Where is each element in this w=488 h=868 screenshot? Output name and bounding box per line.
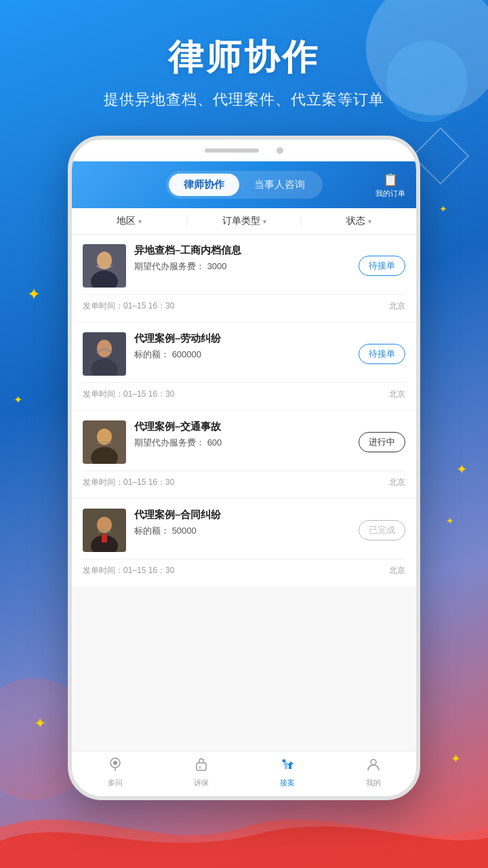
nav-label-accept: 接案 <box>280 778 295 788</box>
status-filter-arrow: ▾ <box>368 218 371 225</box>
order-title-4: 代理案例–合同纠纷 <box>134 509 350 521</box>
order-status-1: 待接单 <box>359 256 405 276</box>
order-avatar-1 <box>83 244 126 288</box>
accept-icon <box>280 757 295 776</box>
order-card-2[interactable]: 代理案例–劳动纠纷 标的额： 600000 待接单 发单时间：01–15 16：… <box>72 323 416 410</box>
nav-item-accept[interactable]: 接案 <box>244 757 330 788</box>
filter-bar: 地区 ▾ 订单类型 ▾ 状态 ▾ <box>72 208 416 235</box>
done-button-4[interactable]: 已完成 <box>359 520 405 540</box>
svg-rect-12 <box>102 534 107 542</box>
order-info-3: 代理案例–交通事故 期望代办服务费： 600 <box>134 420 350 449</box>
svg-point-19 <box>371 760 376 765</box>
order-card-3[interactable]: 代理案例–交通事故 期望代办服务费： 600 进行中 发单时间：01–15 16… <box>72 411 416 498</box>
tab-client-consultation[interactable]: 当事人咨询 <box>239 174 320 196</box>
svg-point-14 <box>113 761 117 765</box>
order-footer-1: 发单时间：01–15 16：30 北京 <box>83 294 405 312</box>
app-header: 律师协作 当事人咨询 📋 我的订单 <box>72 161 416 208</box>
my-orders-button[interactable]: 📋 我的订单 <box>375 172 405 198</box>
mine-icon <box>366 757 381 776</box>
orders-icon: 📋 <box>383 172 398 186</box>
pending-button-1[interactable]: 待接单 <box>359 256 405 276</box>
order-status-3: 进行中 <box>359 432 405 452</box>
order-time-4: 发单时间：01–15 16：30 <box>83 565 174 576</box>
order-location-3: 北京 <box>389 477 405 488</box>
page-title: 律师协作 <box>0 34 488 81</box>
nav-item-claim[interactable]: ¥ 诉保 <box>158 757 244 788</box>
progress-button-3[interactable]: 进行中 <box>359 432 405 452</box>
phone-camera <box>277 147 283 154</box>
sparkle-star-2: ✦ <box>14 393 22 406</box>
filter-region[interactable]: 地区 ▾ <box>72 215 186 227</box>
order-info-1: 异地查档–工商内档信息 期望代办服务费： 3000 <box>134 244 350 273</box>
svg-point-18 <box>282 760 285 763</box>
order-card-1[interactable]: 异地查档–工商内档信息 期望代办服务费： 3000 待接单 发单时间：01–15… <box>72 235 416 321</box>
page-subtitle: 提供异地查档、代理案件、代立案等订单 <box>0 90 488 110</box>
tab-lawyer-cooperation[interactable]: 律师协作 <box>169 174 239 196</box>
order-card-4[interactable]: 代理案例–合同纠纷 标的额： 50000 已完成 发单时间：01–15 16：3… <box>72 499 416 586</box>
sparkle-star-6: ✦ <box>451 751 461 766</box>
nav-item-mine[interactable]: 我的 <box>330 757 416 788</box>
pending-button-2[interactable]: 待接单 <box>359 344 405 364</box>
order-detail-3: 期望代办服务费： 600 <box>134 437 350 449</box>
svg-text:¥: ¥ <box>199 765 201 770</box>
order-info-2: 代理案例–劳动纠纷 标的额： 600000 <box>134 332 350 361</box>
order-title-2: 代理案例–劳动纠纷 <box>134 332 350 345</box>
order-avatar-2 <box>83 332 126 376</box>
phone-mockup: 律师协作 当事人咨询 📋 我的订单 地区 ▾ <box>68 136 420 800</box>
sparkle-star-3: ✦ <box>456 461 468 477</box>
phone-notch-bar <box>72 140 416 161</box>
sparkle-star-4: ✦ <box>446 515 454 526</box>
order-location-1: 北京 <box>389 300 405 312</box>
order-avatar-3 <box>83 420 126 464</box>
header-area: 律师协作 提供异地查档、代理案件、代立案等订单 <box>0 0 488 110</box>
sparkle-star-7: ✦ <box>439 203 447 214</box>
svg-point-1 <box>97 252 112 269</box>
nav-item-ask[interactable]: 多问 <box>72 757 158 788</box>
filter-status[interactable]: 状态 ▾ <box>302 215 416 227</box>
nav-label-ask: 多问 <box>108 778 123 788</box>
region-filter-arrow: ▾ <box>138 218 142 225</box>
order-type-filter-arrow: ▾ <box>263 218 266 225</box>
order-info-4: 代理案例–合同纠纷 标的额： 50000 <box>134 509 350 537</box>
tab-group: 律师协作 当事人咨询 <box>166 171 323 199</box>
order-location-2: 北京 <box>389 389 405 400</box>
orders-list: 异地查档–工商内档信息 期望代办服务费： 3000 待接单 发单时间：01–15… <box>72 235 416 751</box>
order-title-3: 代理案例–交通事故 <box>134 420 350 433</box>
nav-label-mine: 我的 <box>366 778 381 788</box>
order-detail-4: 标的额： 50000 <box>134 525 350 537</box>
app-screen: 律师协作 当事人咨询 📋 我的订单 地区 ▾ <box>72 161 416 796</box>
order-detail-2: 标的额： 600000 <box>134 349 350 361</box>
nav-label-claim: 诉保 <box>194 778 209 788</box>
svg-point-4 <box>97 340 112 357</box>
bottom-nav: 多问 ¥ 诉保 <box>72 751 416 796</box>
order-avatar-4 <box>83 509 126 552</box>
order-time-1: 发单时间：01–15 16：30 <box>83 300 174 312</box>
order-title-1: 异地查档–工商内档信息 <box>134 244 350 257</box>
order-detail-1: 期望代办服务费： 3000 <box>134 260 350 273</box>
order-status-2: 待接单 <box>359 344 405 364</box>
sparkle-star-1: ✦ <box>27 285 41 304</box>
order-time-2: 发单时间：01–15 16：30 <box>83 389 174 400</box>
order-time-3: 发单时间：01–15 16：30 <box>83 477 174 488</box>
order-status-4: 已完成 <box>359 520 405 540</box>
sparkle-star-5: ✦ <box>34 715 46 732</box>
filter-order-type[interactable]: 订单类型 ▾ <box>187 215 302 227</box>
order-location-4: 北京 <box>389 565 405 576</box>
order-footer-3: 发单时间：01–15 16：30 北京 <box>83 471 405 488</box>
order-footer-2: 发单时间：01–15 16：30 北京 <box>83 382 405 400</box>
ask-icon <box>108 757 123 776</box>
claim-icon: ¥ <box>194 757 209 776</box>
phone-notch <box>205 149 259 153</box>
order-footer-4: 发单时间：01–15 16：30 北京 <box>83 559 405 576</box>
